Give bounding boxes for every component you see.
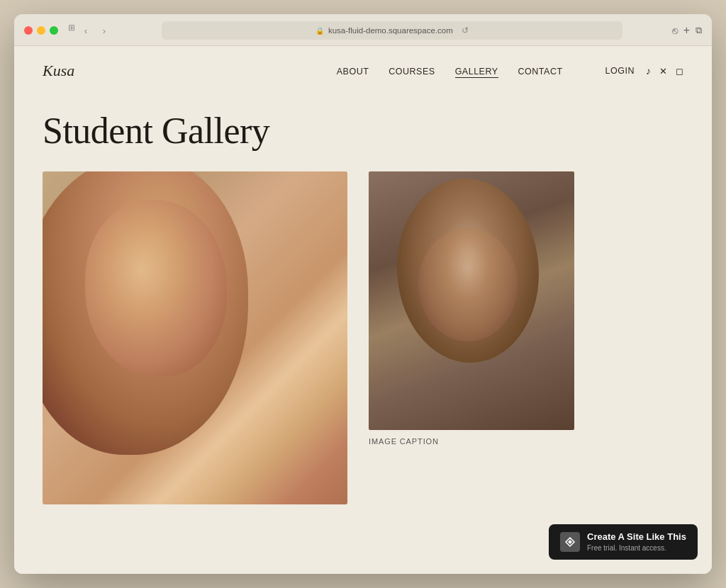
minimize-button[interactable] xyxy=(37,26,45,35)
nav-item-about[interactable]: ABOUT xyxy=(337,64,369,77)
gallery-item-small: IMAGE CAPTION xyxy=(369,171,574,446)
twitter-icon[interactable]: ✕ xyxy=(659,66,667,77)
main-content: Student Gallery IMAGE CAPTION xyxy=(14,96,712,574)
squarespace-logo xyxy=(560,532,580,552)
tiktok-icon[interactable]: ♪ xyxy=(646,65,651,77)
lock-icon: 🔒 xyxy=(315,27,324,35)
nav-item-gallery[interactable]: GALLERY xyxy=(455,64,498,77)
portrait-large-image xyxy=(43,171,347,504)
site-logo[interactable]: Kusa xyxy=(43,62,74,80)
sq-main-text: Create A Site Like This xyxy=(587,531,686,543)
forward-button[interactable]: › xyxy=(96,23,112,38)
browser-chrome: ⊞ ‹ › 🔒 kusa-fluid-demo.squarespace.com … xyxy=(14,14,712,46)
site-navigation: Kusa ABOUT COURSES GALLERY CONTACT LOGIN xyxy=(14,46,712,96)
browser-nav-buttons: ⊞ ‹ › xyxy=(68,23,112,38)
maximize-button[interactable] xyxy=(50,26,58,35)
gallery-item-large[interactable] xyxy=(43,171,347,504)
portrait-small-image[interactable] xyxy=(369,171,574,430)
window-icon: ⊞ xyxy=(68,23,75,38)
nav-item-courses[interactable]: COURSES xyxy=(389,64,435,77)
social-icons: ♪ ✕ ◻ xyxy=(646,65,683,77)
tabs-icon[interactable]: ⧉ xyxy=(696,25,702,36)
image-caption: IMAGE CAPTION xyxy=(369,437,574,446)
squarespace-banner[interactable]: Create A Site Like This Free trial. Inst… xyxy=(549,524,698,560)
login-link[interactable]: LOGIN xyxy=(605,66,635,76)
close-button[interactable] xyxy=(24,26,33,35)
traffic-lights xyxy=(24,26,58,35)
browser-window: ⊞ ‹ › 🔒 kusa-fluid-demo.squarespace.com … xyxy=(14,14,712,574)
page-title: Student Gallery xyxy=(43,110,683,152)
url-text: kusa-fluid-demo.squarespace.com xyxy=(328,26,453,35)
nav-right: LOGIN ♪ ✕ ◻ xyxy=(605,65,683,77)
share-icon[interactable]: ⎋ xyxy=(672,25,678,36)
sq-banner-text: Create A Site Like This Free trial. Inst… xyxy=(587,531,686,553)
back-button[interactable]: ‹ xyxy=(78,23,94,38)
gallery-grid: IMAGE CAPTION xyxy=(43,171,683,504)
instagram-icon[interactable]: ◻ xyxy=(676,66,683,77)
nav-item-contact[interactable]: CONTACT xyxy=(518,64,563,77)
browser-actions: ⎋ + ⧉ xyxy=(672,24,702,37)
website-content: Kusa ABOUT COURSES GALLERY CONTACT LOGIN xyxy=(14,46,712,574)
address-bar[interactable]: 🔒 kusa-fluid-demo.squarespace.com ↺ xyxy=(162,21,622,40)
nav-links: ABOUT COURSES GALLERY CONTACT xyxy=(337,64,563,77)
reload-icon[interactable]: ↺ xyxy=(462,26,469,35)
sq-sub-text: Free trial. Instant access. xyxy=(587,543,686,553)
new-tab-icon[interactable]: + xyxy=(683,24,690,37)
